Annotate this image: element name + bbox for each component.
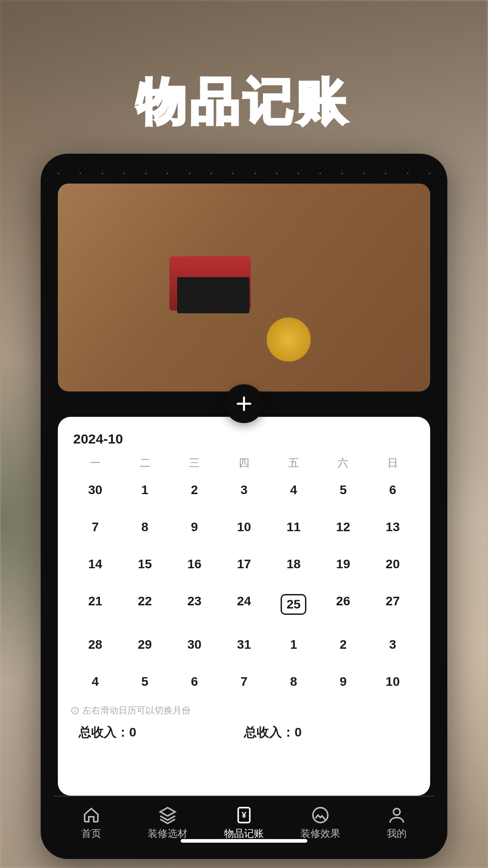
- calendar-day[interactable]: 9: [319, 670, 368, 693]
- hero-image-workshop: [58, 184, 430, 392]
- svg-rect-2: [75, 710, 75, 712]
- user-icon: [387, 805, 407, 825]
- ledger-icon: ¥: [234, 805, 254, 825]
- calendar-swipe-hint: 左右滑动日历可以切换月份: [70, 704, 418, 717]
- calendar-day[interactable]: 7: [219, 670, 269, 693]
- weekday-cell: 四: [219, 456, 269, 470]
- calendar-day[interactable]: 10: [219, 515, 269, 539]
- calendar-day[interactable]: 26: [319, 590, 368, 619]
- info-icon: [70, 706, 80, 715]
- add-record-button[interactable]: [225, 384, 263, 423]
- total-income-right: 总收入：0: [244, 724, 409, 741]
- calendar-day[interactable]: 6: [368, 478, 418, 502]
- nav-label: 首页: [81, 827, 101, 840]
- nav-item-user[interactable]: 我的: [358, 805, 435, 840]
- plus-icon: [235, 394, 253, 413]
- calendar-day[interactable]: 19: [319, 552, 368, 576]
- svg-point-6: [393, 808, 400, 815]
- weekday-cell: 日: [368, 456, 418, 470]
- calendar-month-label[interactable]: 2024-10: [73, 431, 418, 447]
- nav-label: 装修效果: [300, 827, 340, 840]
- calendar-day[interactable]: 17: [219, 552, 269, 576]
- calendar-day[interactable]: 31: [219, 633, 269, 656]
- home-icon: [81, 805, 101, 825]
- calendar-day[interactable]: 21: [70, 590, 120, 619]
- phone-screen: 2024-10 一二三四五六日 301234567891011121314151…: [53, 166, 435, 846]
- calendar-day[interactable]: 24: [219, 590, 269, 619]
- weekday-cell: 六: [319, 456, 368, 470]
- calendar-day[interactable]: 5: [319, 478, 368, 502]
- layers-icon: [158, 805, 178, 825]
- calendar-day[interactable]: 1: [269, 633, 319, 656]
- weekday-cell: 五: [269, 456, 319, 470]
- calendar-day[interactable]: 4: [269, 478, 319, 502]
- calendar-day[interactable]: 18: [269, 552, 319, 576]
- svg-point-5: [313, 808, 328, 823]
- calendar-day[interactable]: 25: [269, 590, 319, 619]
- totals-row: 总收入：0 总收入：0: [75, 720, 413, 741]
- calendar-day[interactable]: 6: [169, 670, 219, 693]
- nav-label: 装修选材: [148, 827, 188, 840]
- nav-item-home[interactable]: 首页: [53, 805, 130, 840]
- nav-item-layers[interactable]: 装修选材: [130, 805, 206, 840]
- calendar-day[interactable]: 20: [368, 552, 418, 576]
- calendar-day[interactable]: 14: [70, 552, 120, 576]
- calendar-day[interactable]: 29: [120, 633, 170, 656]
- calendar-day[interactable]: 30: [169, 633, 219, 656]
- page-title: 物品记账: [0, 68, 488, 135]
- calendar-day[interactable]: 9: [169, 515, 219, 539]
- calendar-day[interactable]: 2: [319, 633, 368, 656]
- total-income-left: 总收入：0: [79, 724, 244, 741]
- svg-text:¥: ¥: [242, 810, 247, 820]
- nav-item-image[interactable]: 装修效果: [282, 805, 358, 840]
- nav-item-ledger[interactable]: ¥物品记账: [206, 805, 282, 840]
- image-icon: [310, 805, 330, 825]
- calendar-day[interactable]: 3: [219, 478, 269, 502]
- calendar-grid[interactable]: 3012345678910111213141516171819202122232…: [70, 478, 418, 693]
- home-indicator: [181, 839, 307, 843]
- calendar-day[interactable]: 23: [169, 590, 219, 619]
- weekday-cell: 二: [120, 456, 170, 470]
- calendar-day[interactable]: 16: [169, 552, 219, 576]
- calendar-card: 2024-10 一二三四五六日 301234567891011121314151…: [58, 417, 430, 796]
- calendar-day[interactable]: 30: [70, 478, 120, 502]
- calendar-day[interactable]: 12: [319, 515, 368, 539]
- decorative-dots: [53, 166, 435, 180]
- calendar-day[interactable]: 22: [120, 590, 170, 619]
- calendar-day[interactable]: 2: [169, 478, 219, 502]
- calendar-day[interactable]: 10: [368, 670, 418, 693]
- calendar-day[interactable]: 28: [70, 633, 120, 656]
- calendar-day[interactable]: 4: [70, 670, 120, 693]
- calendar-day[interactable]: 11: [269, 515, 319, 539]
- weekday-cell: 一: [70, 456, 120, 470]
- nav-label: 我的: [387, 827, 407, 840]
- calendar-weekday-row: 一二三四五六日: [70, 456, 418, 470]
- phone-frame: 2024-10 一二三四五六日 301234567891011121314151…: [41, 154, 447, 859]
- calendar-day[interactable]: 8: [269, 670, 319, 693]
- calendar-day[interactable]: 27: [368, 590, 418, 619]
- calendar-day[interactable]: 3: [368, 633, 418, 656]
- calendar-day[interactable]: 7: [70, 515, 120, 539]
- svg-point-1: [75, 708, 75, 709]
- calendar-day[interactable]: 5: [120, 670, 170, 693]
- calendar-day[interactable]: 8: [120, 515, 170, 539]
- calendar-day[interactable]: 1: [120, 478, 170, 502]
- nav-label: 物品记账: [224, 827, 264, 840]
- calendar-day[interactable]: 13: [368, 515, 418, 539]
- calendar-day[interactable]: 15: [120, 552, 170, 576]
- weekday-cell: 三: [169, 456, 219, 470]
